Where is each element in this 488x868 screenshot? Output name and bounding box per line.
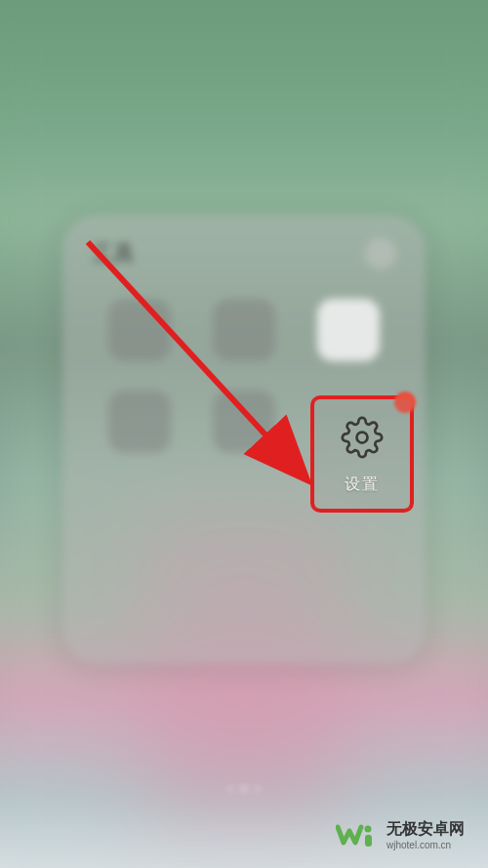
- gear-icon: [339, 414, 386, 461]
- svg-rect-4: [365, 835, 372, 847]
- svg-line-2: [88, 242, 297, 469]
- watermark: 无极安卓网 wjhotel.com.cn: [336, 819, 465, 850]
- annotation-arrow: [70, 223, 334, 496]
- settings-label: 设置: [345, 475, 380, 495]
- status-bar: [0, 0, 488, 39]
- watermark-logo-icon: [336, 821, 379, 848]
- svg-point-3: [365, 826, 372, 833]
- page-indicator: [227, 786, 261, 792]
- watermark-url: wjhotel.com.cn: [386, 840, 465, 850]
- folder-close-button[interactable]: [365, 238, 396, 269]
- svg-point-0: [357, 432, 368, 442]
- watermark-title: 无极安卓网: [386, 819, 465, 840]
